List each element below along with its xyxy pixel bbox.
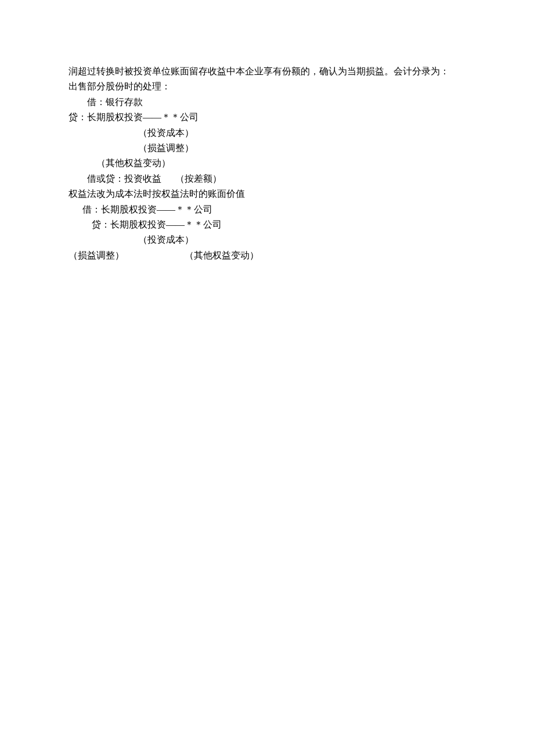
text-line-4: 贷：长期股权投资——＊＊公司 xyxy=(68,110,466,125)
text-line-1: 润超过转换时被投资单位账面留存收益中本企业享有份额的，确认为当期损益。会计分录为… xyxy=(68,64,466,79)
text-line-8: 借或贷：投资收益 （按差额） xyxy=(68,171,466,186)
document-body: 润超过转换时被投资单位账面留存收益中本企业享有份额的，确认为当期损益。会计分录为… xyxy=(68,64,466,263)
text-line-3: 借：银行存款 xyxy=(68,95,466,110)
text-line-2: 出售部分股份时的处理： xyxy=(68,79,466,94)
text-line-13: （损益调整） （其他权益变动） xyxy=(68,248,466,263)
text-line-6: （损益调整） xyxy=(68,141,466,156)
text-line-10: 借：长期股权投资——＊＊公司 xyxy=(68,202,466,217)
text-line-7: （其他权益变动） xyxy=(68,156,466,171)
text-line-9: 权益法改为成本法时按权益法时的账面价值 xyxy=(68,186,466,201)
text-line-12: （投资成本） xyxy=(68,232,466,247)
text-line-5: （投资成本） xyxy=(68,125,466,141)
text-line-11: 贷：长期股权投资——＊＊公司 xyxy=(68,217,466,232)
